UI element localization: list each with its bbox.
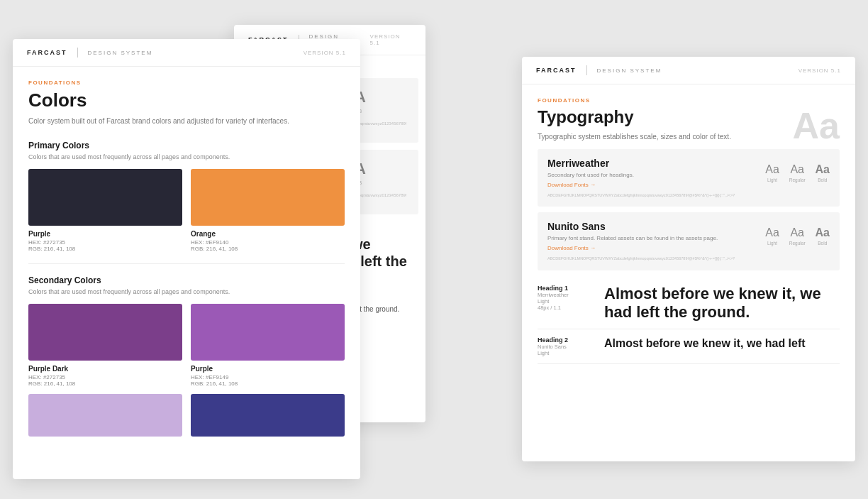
swatch-light-purple-color [28,394,182,437]
swatch-purple-hex: HEX: #272735 [28,239,182,246]
merriweather-desc: Secondary font used for headings. [547,172,634,178]
swatch-purple-dark-rgb: RGB: 216, 41, 108 [28,380,182,387]
merriweather-inner: Merriweather Secondary font used for hea… [547,158,830,188]
nunito-regular: Aa Regular [789,226,806,246]
secondary-colors-title: Secondary Colors [28,275,345,285]
typo-title-group: Typography Typographic system establishe… [538,107,731,149]
swatch-purple-rgb: RGB: 216, 41, 108 [28,246,182,252]
foundations-label: Foundations [28,79,345,86]
typo-version: VERSION 5.1 [799,67,841,74]
nunito-light: Aa Light [765,226,779,246]
version-label: VERSION 5.1 [304,50,346,56]
merriweather-info: Merriweather Secondary font used for hea… [547,158,634,188]
nunito-bold: Aa Bold [816,226,830,246]
aa-display: Aa [793,107,840,144]
heading-1-style: Light [538,298,594,305]
primary-colors-desc: Colors that are used most frequently acr… [28,153,345,160]
merriweather-light: Aa Light [765,163,779,182]
swatch-purple-2-color [191,304,345,361]
swatch-orange-name: Orange [191,230,345,238]
heading-1-meta: Heading 1 Merriweather Light 48px / 1.1 [538,285,594,311]
typo-header-divider [586,65,587,75]
swatch-purple-dark: Purple Dark HEX: #272735 RGB: 216, 41, 1… [28,304,182,387]
primary-swatches-row: Purple HEX: #272735 RGB: 216, 41, 108 Or… [28,169,345,252]
merriweather-bold: Aa Bold [816,163,830,182]
nunito-desc: Primary font stand. Related assets can b… [547,235,718,241]
swatch-orange-color [191,169,345,226]
merriweather-download[interactable]: Download Fonts → [547,182,634,188]
page-description: Color system built out of Farcast brand … [28,116,345,126]
swatch-dark-blue-color [191,394,345,437]
colors-content: Foundations Colors Color system built ou… [13,67,360,461]
swatch-purple-2-hex: HEX: #EF9149 [191,374,345,380]
heading-2-text: Almost before we knew it, we had left [604,336,840,351]
heading-2-style: Light [538,350,594,356]
nunito-inner: Nunito Sans Primary font stand. Related … [547,221,830,251]
heading-2-meta: Heading 2 Nunito Sans Light [538,336,594,356]
swatch-purple-dark-name: Purple Dark [28,365,182,373]
swatch-purple-name: Purple [28,230,182,238]
swatch-light-purple [28,394,182,441]
typo-title-row: Typography Typographic system establishe… [538,107,840,149]
merriweather-regular: Aa Regular [789,163,806,182]
typo-foundations-label: Foundations [538,97,840,104]
swatch-dark-blue [191,394,345,441]
nunito-samples: Aa Light Aa Regular Aa Bold [765,226,830,246]
swatch-purple-2: Purple HEX: #EF9149 RGB: 216, 41, 108 [191,304,345,387]
secondary-colors-desc: Colors that are used most frequently acr… [28,288,345,295]
heading-1-row: Heading 1 Merriweather Light 48px / 1.1 … [538,278,840,330]
swatch-purple: Purple HEX: #272735 RGB: 216, 41, 108 [28,169,182,252]
swatch-purple-2-rgb: RGB: 216, 41, 108 [191,380,345,387]
section-divider-1 [28,263,345,264]
brand-name: FARCAST [27,49,67,56]
tertiary-swatches-row [28,394,345,441]
swatch-purple-dark-color [28,304,182,361]
merriweather-name: Merriweather [547,158,634,169]
typo-page-desc: Typographic system establishes scale, si… [538,131,731,142]
colors-card: FARCAST DESIGN SYSTEM VERSION 5.1 Founda… [13,39,360,479]
merriweather-block: Merriweather Secondary font used for hea… [538,149,840,207]
typo-brand-name: FARCAST [536,67,577,74]
heading-1-text: Almost before we knew it, we had left th… [604,285,840,322]
swatch-orange-rgb: RGB: 216, 41, 108 [191,246,345,252]
colors-header: FARCAST DESIGN SYSTEM VERSION 5.1 [13,39,360,67]
nunito-chars: ABCDEFGHIJKLMNOPQRSTUVWXYZabcdefghijklmn… [547,256,830,261]
middle-version: VERSION 5.1 [370,33,411,46]
merriweather-samples: Aa Light Aa Regular Aa Bold [765,163,830,182]
swatch-purple-color [28,169,182,226]
heading-samples: Heading 1 Merriweather Light 48px / 1.1 … [538,278,840,365]
heading-2-row: Heading 2 Nunito Sans Light Almost befor… [538,329,840,364]
typo-brand: FARCAST DESIGN SYSTEM [536,65,662,75]
swatch-orange-hex: HEX: #EF9140 [191,239,345,246]
brand-logo: FARCAST DESIGN SYSTEM [27,48,152,57]
heading-1-size: 48px / 1.1 [538,305,594,311]
header-divider [77,48,78,57]
heading-2-font: Nunito Sans [538,344,594,350]
merriweather-chars: ABCDEFGHIJKLMNOPQRSTUVWXYZabcdefghijklmn… [547,192,830,198]
heading-2-label: Heading 2 [538,336,594,344]
typo-content: Foundations Typography Typographic syste… [522,84,855,377]
swatch-purple-dark-hex: HEX: #272735 [28,374,182,380]
swatch-purple-2-name: Purple [191,365,345,373]
typo-system-label: DESIGN SYSTEM [597,67,662,74]
typo-header: FARCAST DESIGN SYSTEM VERSION 5.1 [522,57,855,84]
secondary-swatches-row: Purple Dark HEX: #272735 RGB: 216, 41, 1… [28,304,345,387]
page-title: Colors [28,89,345,111]
swatch-orange: Orange HEX: #EF9140 RGB: 216, 41, 108 [191,169,345,252]
typo-page-title: Typography [538,107,731,127]
system-label: DESIGN SYSTEM [88,50,153,56]
primary-colors-title: Primary Colors [28,141,345,150]
heading-1-font: Merriweather [538,292,594,298]
nunito-block: Nunito Sans Primary font stand. Related … [538,212,840,270]
nunito-download[interactable]: Download Fonts → [547,245,718,251]
heading-1-label: Heading 1 [538,285,594,292]
typography-card: FARCAST DESIGN SYSTEM VERSION 5.1 Founda… [522,57,855,461]
nunito-info: Nunito Sans Primary font stand. Related … [547,221,718,251]
nunito-name: Nunito Sans [547,221,718,232]
